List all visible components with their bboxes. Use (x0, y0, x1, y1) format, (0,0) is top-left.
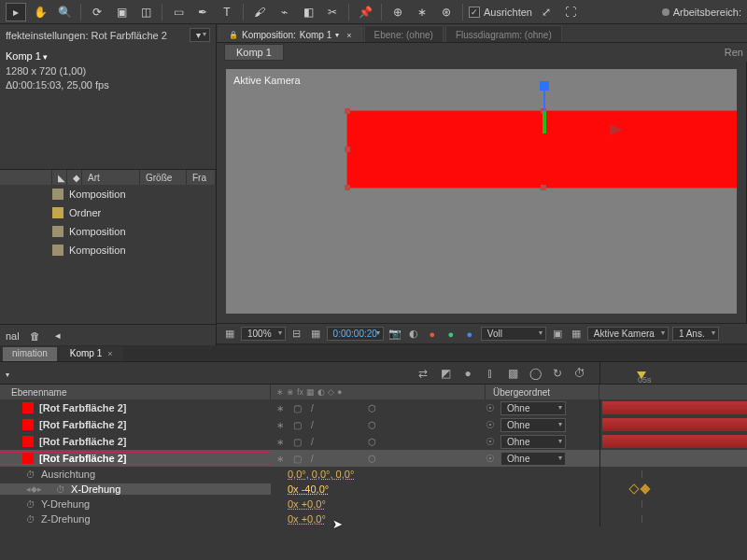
resolution-dropdown[interactable]: Voll (481, 327, 546, 341)
switch-icon[interactable]: ∗ (276, 420, 284, 430)
viewer-canvas[interactable]: Aktive Kamera (226, 69, 737, 314)
switch-icon[interactable]: / (311, 437, 314, 447)
tab-composition[interactable]: 🔒 Komposition: Komp 1 ▾ × (218, 25, 362, 42)
transform-handle[interactable] (541, 185, 546, 190)
safe-zones-icon[interactable]: ⊟ (289, 328, 304, 340)
keyframe-icon[interactable] (640, 483, 650, 494)
puppet-tool-icon[interactable]: 📌 (355, 3, 375, 21)
switch-icon[interactable]: ∗ (276, 454, 284, 464)
roi-icon[interactable]: ▣ (550, 328, 565, 340)
transform-handle[interactable] (345, 147, 350, 152)
snap-ext-icon[interactable]: ⛶ (560, 3, 581, 21)
snap-checkbox[interactable]: ✓ (469, 7, 480, 18)
shy-icon[interactable]: ⇄ (415, 365, 431, 382)
prop-x-rotation[interactable]: ◂◆▸ ⏱X-Drehung 0x -40,0° (0, 482, 747, 497)
axis-local-icon[interactable]: ⊕ (388, 3, 408, 21)
layer-bar[interactable] (602, 401, 747, 414)
project-item[interactable]: Komposition (0, 222, 216, 241)
parent-dropdown[interactable]: Ohne (500, 452, 566, 466)
switch-3d-icon[interactable]: ⬡ (368, 403, 376, 413)
prop-value[interactable]: 0x +0,0° (271, 498, 486, 510)
prop-track[interactable]: I (599, 467, 747, 482)
axis-view-icon[interactable]: ⊛ (436, 3, 457, 21)
frame-blend-icon[interactable]: ◩ (437, 365, 454, 382)
prop-track[interactable]: I (599, 511, 747, 526)
trash-icon[interactable]: 🗑 (29, 330, 42, 342)
layer-row[interactable]: [Rot Farbfläche 2] ∗▢/⬡ ☉Ohne (0, 399, 747, 416)
prop-value[interactable]: 0,0°, 0,0°, 0,0° (271, 469, 486, 480)
layer-bar[interactable] (602, 435, 747, 448)
graph-editor-icon[interactable]: ⫿ (482, 365, 499, 382)
zoom-dropdown[interactable]: 100% (241, 327, 286, 341)
switch-icon[interactable]: / (311, 454, 314, 464)
draft3d-icon[interactable]: ▩ (504, 365, 521, 382)
parent-dropdown[interactable]: Ohne (500, 418, 566, 432)
layer-track[interactable] (599, 399, 747, 416)
prop-value[interactable]: 0x -40,0° (271, 483, 486, 495)
workspace-selector[interactable]: Arbeitsbereich: (662, 7, 741, 18)
roto-tool-icon[interactable]: ✂ (322, 3, 343, 21)
col-layer-name[interactable]: Ebenenname (0, 385, 271, 399)
layer-row[interactable]: [Rot Farbfläche 2] ∗▢/⬡ ☉Ohne (0, 433, 747, 450)
tab-layer[interactable]: Ebene: (ohne) (364, 25, 444, 42)
pickwhip-icon[interactable]: ☉ (486, 419, 495, 431)
switch-icon[interactable]: / (311, 420, 314, 430)
z-axis-handle[interactable] (540, 81, 549, 91)
layer-bar[interactable] (602, 418, 747, 431)
channel-red-icon[interactable]: ● (425, 329, 440, 340)
transparency-icon[interactable]: ▦ (569, 328, 584, 340)
timeline-menu[interactable] (6, 368, 9, 379)
panbehind-tool-icon[interactable]: ◫ (135, 3, 156, 21)
switch-icon[interactable]: ▢ (293, 454, 302, 464)
col-type[interactable]: Art (82, 170, 140, 185)
snap-edge-icon[interactable]: ⤢ (536, 3, 557, 21)
selected-layer-bounds[interactable] (347, 111, 737, 188)
3d-axis-gizmo[interactable] (543, 85, 545, 132)
selection-tool-icon[interactable]: ▸ (6, 3, 26, 21)
autokey-icon[interactable]: ⏱ (571, 365, 588, 382)
switch-icon[interactable]: / (311, 403, 314, 413)
prop-track[interactable]: I (599, 497, 747, 511)
zoom-tool-icon[interactable]: 🔍 (54, 3, 75, 21)
motion-blur-icon[interactable]: ● (459, 365, 476, 382)
layer-track[interactable] (599, 433, 747, 450)
view-count-dropdown[interactable]: 1 Ans. (672, 327, 719, 341)
grid-icon[interactable]: ▦ (308, 328, 323, 340)
layer-row[interactable]: [Rot Farbfläche 2] ∗▢/⬡ ☉Ohne (0, 416, 747, 433)
panel-menu-icon[interactable]: ▾ (190, 28, 210, 42)
axis-world-icon[interactable]: ∗ (412, 3, 432, 21)
always-preview-icon[interactable]: ▦ (222, 328, 237, 340)
tab-animation[interactable]: nimation (2, 346, 58, 361)
render-queue-tab[interactable]: Ren (725, 47, 747, 58)
stopwatch-icon[interactable]: ⏱ (26, 514, 35, 525)
comp-name-link[interactable]: Komp 1 (6, 49, 210, 64)
comp-subtab[interactable]: Komp 1 (224, 44, 284, 61)
clone-tool-icon[interactable]: ⌁ (274, 3, 294, 21)
col-fr[interactable]: Fra (187, 170, 216, 185)
close-icon[interactable]: × (107, 349, 112, 358)
channel-blue-icon[interactable]: ● (462, 329, 477, 340)
layer-row-selected[interactable]: [Rot Farbfläche 2] ∗▢/⬡ ☉Ohne (0, 450, 747, 467)
brainstorm-icon[interactable]: ↻ (549, 365, 566, 382)
layer-track[interactable] (599, 416, 747, 433)
tab-flowchart[interactable]: Flussdiagramm: (ohne) (445, 25, 562, 42)
brush-tool-icon[interactable]: 🖌 (249, 3, 270, 21)
keyframe-icon[interactable] (628, 483, 639, 494)
pickwhip-icon[interactable]: ☉ (486, 436, 495, 448)
stopwatch-icon[interactable]: ⏱ (26, 469, 35, 480)
project-item[interactable]: Ordner (0, 203, 216, 222)
camera-tool-icon[interactable]: ▣ (111, 3, 132, 21)
prop-orientation[interactable]: ⏱Ausrichtung 0,0°, 0,0°, 0,0° I (0, 467, 747, 482)
switch-icon[interactable]: ▢ (293, 437, 302, 447)
stopwatch-icon[interactable]: ⏱ (26, 499, 35, 510)
prop-y-rotation[interactable]: ⏱Y-Drehung 0x +0,0° I (0, 497, 747, 511)
switch-icon[interactable]: ∗ (276, 437, 284, 447)
eraser-tool-icon[interactable]: ◧ (298, 3, 318, 21)
show-snapshot-icon[interactable]: ◐ (406, 328, 421, 340)
pen-tool-icon[interactable]: ✒ (192, 3, 213, 21)
pickwhip-icon[interactable]: ☉ (486, 453, 495, 465)
switch-3d-icon[interactable]: ⬡ (368, 437, 376, 447)
view-dropdown[interactable]: Aktive Kamera (587, 327, 669, 341)
transform-handle[interactable] (345, 108, 350, 114)
parent-dropdown[interactable]: Ohne (500, 435, 566, 449)
